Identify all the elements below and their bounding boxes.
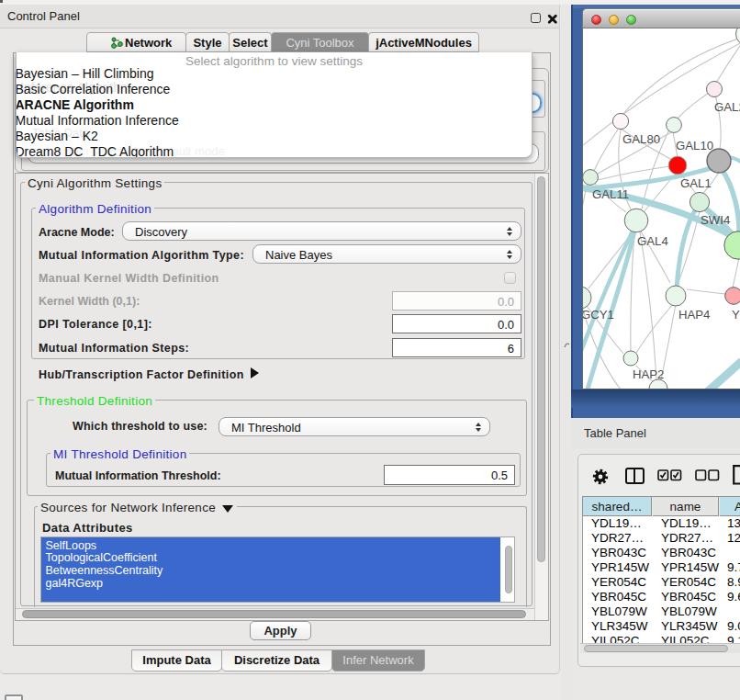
svg-text:GAL1: GAL1 <box>680 176 712 190</box>
svg-text:GAL4: GAL4 <box>637 234 668 248</box>
svg-text:GAL2: GAL2 <box>714 100 740 114</box>
svg-text:GAL10: GAL10 <box>676 139 713 152</box>
svg-text:GAL80: GAL80 <box>622 132 660 146</box>
svg-text:HAP2: HAP2 <box>633 367 664 381</box>
svg-text:HAP4: HAP4 <box>678 308 710 322</box>
svg-text:SWI4: SWI4 <box>701 213 730 227</box>
svg-text:GAL11: GAL11 <box>592 187 629 201</box>
svg-text:YP: YP <box>732 308 740 322</box>
svg-text:GCY1: GCY1 <box>583 308 614 322</box>
